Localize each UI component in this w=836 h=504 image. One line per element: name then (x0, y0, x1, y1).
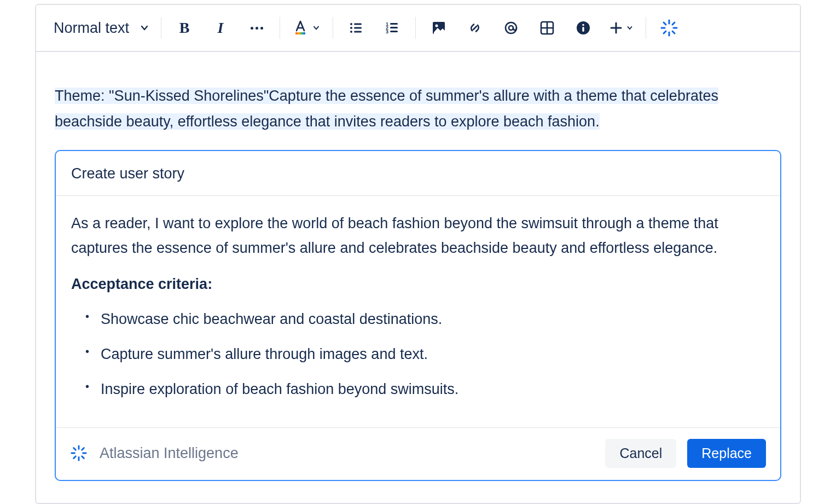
acceptance-criteria-heading: Acceptance criteria: (71, 272, 765, 297)
svg-line-31 (672, 22, 675, 25)
svg-line-39 (82, 448, 84, 450)
ai-panel: Create user story As a reader, I want to… (55, 150, 781, 481)
image-button[interactable] (428, 17, 450, 39)
svg-rect-6 (354, 31, 362, 33)
bold-button[interactable]: B (173, 17, 195, 39)
svg-point-1 (350, 23, 352, 25)
bullet-list-button[interactable] (345, 17, 367, 39)
svg-rect-0 (295, 32, 305, 34)
text-color-icon (292, 20, 309, 36)
link-icon (467, 20, 483, 36)
info-icon (575, 20, 591, 36)
text-color-button[interactable] (292, 17, 321, 39)
more-formatting-button[interactable] (246, 17, 268, 39)
italic-button[interactable]: I (210, 17, 231, 39)
svg-rect-12 (390, 31, 398, 32)
svg-rect-10 (390, 27, 398, 28)
numbered-list-button[interactable]: 1 2 3 (381, 17, 403, 39)
chevron-down-icon (626, 24, 634, 32)
at-icon (503, 20, 519, 36)
numbered-list-icon: 1 2 3 (384, 20, 400, 36)
link-button[interactable] (464, 17, 486, 39)
list-item: Showcase chic beachwear and coastal dest… (89, 307, 765, 332)
svg-rect-8 (390, 23, 398, 25)
chevron-down-icon (312, 24, 321, 32)
table-button[interactable] (536, 17, 558, 39)
svg-point-21 (582, 24, 584, 26)
ai-panel-title: Create user story (56, 151, 780, 196)
ai-story-text: As a reader, I want to explore the world… (71, 211, 765, 262)
svg-rect-22 (582, 27, 584, 32)
ai-panel-body: As a reader, I want to explore the world… (56, 196, 780, 428)
text-style-label: Normal text (54, 20, 129, 37)
mention-button[interactable] (500, 17, 522, 39)
list-item: Capture summer's allure through images a… (89, 342, 765, 367)
more-icon (251, 27, 263, 30)
text-style-dropdown[interactable]: Normal text (40, 20, 161, 37)
plus-icon (608, 20, 624, 36)
atlassian-intelligence-icon (70, 444, 88, 462)
svg-rect-2 (354, 24, 362, 25)
list-item: Inspire exploration of beach fashion bey… (89, 377, 765, 402)
acceptance-criteria-list: Showcase chic beachwear and coastal dest… (89, 307, 765, 402)
svg-text:3: 3 (386, 29, 388, 34)
bullet-list-icon (348, 20, 364, 36)
selected-text[interactable]: Theme: "Sun-Kissed Shorelines"Capture th… (55, 83, 781, 135)
svg-line-38 (82, 456, 84, 459)
svg-line-29 (664, 22, 666, 25)
editor-toolbar: Normal text B I (36, 5, 800, 52)
image-icon (431, 20, 446, 36)
cancel-button[interactable]: Cancel (605, 439, 676, 468)
svg-point-5 (350, 31, 352, 33)
svg-rect-4 (354, 27, 362, 29)
table-icon (539, 20, 555, 36)
svg-point-3 (350, 27, 352, 29)
atlassian-intelligence-icon (660, 19, 678, 37)
info-button[interactable] (572, 17, 594, 39)
editor-content[interactable]: Theme: "Sun-Kissed Shorelines"Capture th… (36, 52, 800, 503)
svg-line-32 (664, 31, 666, 33)
svg-line-40 (74, 456, 76, 459)
svg-point-14 (436, 25, 438, 27)
replace-button[interactable]: Replace (687, 439, 766, 468)
editor-container: Normal text B I (35, 4, 801, 504)
svg-line-37 (74, 448, 76, 450)
chevron-down-icon (139, 22, 150, 33)
atlassian-intelligence-button[interactable] (658, 17, 680, 39)
svg-line-30 (672, 31, 675, 33)
ai-brand-label: Atlassian Intelligence (100, 445, 239, 462)
ai-brand: Atlassian Intelligence (70, 444, 239, 462)
svg-point-15 (506, 22, 516, 33)
ai-panel-footer: Atlassian Intelligence Cancel Replace (56, 428, 780, 480)
insert-button[interactable] (608, 17, 634, 39)
